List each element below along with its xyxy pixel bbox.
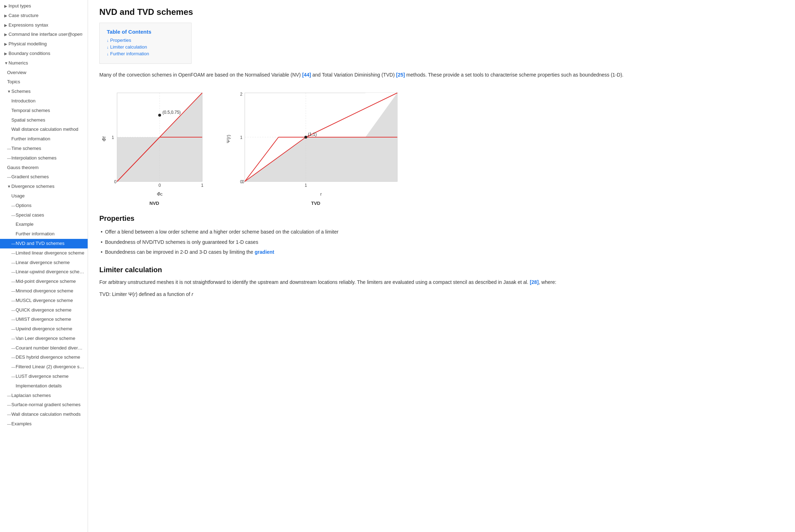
nvd-chart-wrap: (0.5,0.75) 0 0 1 1 Φ̃f Φ̃c NVD	[99, 86, 209, 206]
svg-text:Φ̃f: Φ̃f	[101, 136, 107, 141]
toc-link-further-information[interactable]: ↓Further information	[107, 51, 184, 56]
arrow-icon: ▼	[7, 89, 11, 95]
ref28-link[interactable]: [28]	[530, 279, 539, 285]
arrow-icon: —	[11, 307, 16, 314]
limiter-paragraph: For arbitrary unstructured meshes it is …	[99, 278, 784, 286]
sidebar-item-umist-div[interactable]: — UMIST divergence scheme	[0, 315, 88, 324]
tvd-chart-wrap: (1,1) 0 1 1 2 0 Ψ(r) r TVD	[223, 86, 408, 206]
arrow-icon: ▶	[4, 51, 9, 57]
sidebar-item-limited-linear[interactable]: — Limited linear divergence scheme	[0, 248, 88, 258]
sidebar-item-expressions-syntax[interactable]: ▶ Expressions syntax	[0, 21, 88, 30]
toc-link-limiter-calculation[interactable]: ↓Limiter calculation	[107, 44, 184, 50]
svg-text:1: 1	[201, 183, 204, 188]
sidebar-item-case-structure[interactable]: ▶ Case structure	[0, 11, 88, 21]
sidebar-item-linear-upwind[interactable]: — Linear-upwind divergence scheme	[0, 267, 88, 277]
sidebar-item-special-cases[interactable]: — Special cases	[0, 211, 88, 220]
sidebar-item-minmod-div[interactable]: — Minmod divergence scheme	[0, 286, 88, 296]
sidebar-item-temporal-schemes[interactable]: Temporal schemes	[0, 106, 88, 116]
sidebar-item-wall-dist-calc[interactable]: Wall distance calculation method	[0, 125, 88, 134]
arrow-icon: —	[7, 411, 11, 418]
ref25-link[interactable]: [25]	[396, 72, 405, 78]
toc-links: ↓Properties↓Limiter calculation↓Further …	[107, 38, 184, 56]
sidebar-item-introduction[interactable]: Introduction	[0, 96, 88, 106]
sidebar-item-vanleer-div[interactable]: — Van Leer divergence scheme	[0, 334, 88, 343]
sidebar-item-examples[interactable]: — Examples	[0, 419, 88, 429]
toc-arrow-icon: ↓	[107, 45, 109, 49]
svg-point-10	[158, 114, 161, 117]
sidebar-item-numerics[interactable]: ▼ Numerics	[0, 58, 88, 68]
sidebar-item-linear-div[interactable]: — Linear divergence scheme	[0, 258, 88, 268]
arrow-icon: —	[11, 250, 16, 257]
sidebar-item-gradient-schemes[interactable]: — Gradient schemes	[0, 172, 88, 182]
property-item-2: Boundedness of NVD/TVD schemes is only g…	[99, 237, 784, 247]
properties-heading: Properties	[99, 214, 784, 223]
charts-row: (0.5,0.75) 0 0 1 1 Φ̃f Φ̃c NVD	[99, 86, 784, 206]
sidebar-item-schemes[interactable]: ▼ Schemes	[0, 87, 88, 96]
svg-text:Φ̃c: Φ̃c	[157, 191, 163, 197]
toc-link-properties[interactable]: ↓Properties	[107, 38, 184, 43]
arrow-icon: —	[11, 345, 16, 352]
sidebar-item-upwind-div[interactable]: — Upwind divergence scheme	[0, 324, 88, 334]
sidebar-item-example[interactable]: Example	[0, 220, 88, 229]
arrow-icon: ▶	[4, 3, 9, 10]
arrow-icon: ▶	[4, 13, 9, 19]
arrow-icon: —	[7, 421, 11, 427]
sidebar-item-filtered-linear[interactable]: — Filtered Linear (2) divergence sch…	[0, 362, 88, 372]
sidebar-item-midpoint-div[interactable]: — Mid-point divergence scheme	[0, 277, 88, 286]
properties-list: Offer a blend between a low order scheme…	[99, 227, 784, 257]
sidebar-item-wall-dist-methods[interactable]: — Wall distance calculation methods	[0, 410, 88, 419]
main-content: NVD and TVD schemes Table of Contents ↓P…	[88, 0, 795, 532]
svg-text:(1,1): (1,1)	[308, 132, 317, 137]
toc-arrow-icon: ↓	[107, 38, 109, 43]
sidebar-item-time-schemes[interactable]: — Time schemes	[0, 144, 88, 153]
gradient-link[interactable]: gradient	[255, 249, 274, 255]
intro-paragraph: Many of the convection schemes in OpenFO…	[99, 71, 784, 79]
arrow-icon: ▶	[4, 22, 9, 29]
arrow-icon: —	[11, 317, 16, 323]
sidebar-item-boundary-conditions[interactable]: ▶ Boundary conditions	[0, 49, 88, 58]
toc-arrow-icon: ↓	[107, 52, 109, 56]
arrow-icon: —	[11, 279, 16, 285]
svg-text:0: 0	[114, 179, 117, 184]
arrow-icon: —	[11, 298, 16, 304]
sidebar-item-courant-div[interactable]: — Courant number blended diverge…	[0, 343, 88, 353]
sidebar-item-implementation[interactable]: Implementation details	[0, 381, 88, 391]
sidebar-item-surface-normal[interactable]: — Surface-normal gradient schemes	[0, 400, 88, 410]
sidebar-item-divergence-schemes[interactable]: ▼ Divergence schemes	[0, 182, 88, 191]
arrow-icon: ▶	[4, 32, 9, 38]
sidebar-item-topics[interactable]: Topics	[0, 77, 88, 87]
limiter-heading: Limiter calculation	[99, 266, 784, 274]
svg-point-28	[304, 136, 307, 139]
sidebar-item-further-info-schemes[interactable]: Further information	[0, 134, 88, 144]
arrow-icon: ▼	[7, 184, 11, 190]
arrow-icon: —	[11, 326, 16, 332]
sidebar-item-interpolation-schemes[interactable]: — Interpolation schemes	[0, 153, 88, 163]
sidebar-item-command-line[interactable]: ▶ Command line interface user@open	[0, 30, 88, 39]
sidebar-item-options[interactable]: — Options	[0, 201, 88, 211]
arrow-icon: —	[7, 146, 11, 152]
arrow-icon: —	[7, 402, 11, 408]
sidebar-item-muscl-div[interactable]: — MUSCL divergence scheme	[0, 296, 88, 306]
sidebar-item-lust-div[interactable]: — LUST divergence scheme	[0, 372, 88, 381]
sidebar-item-overview[interactable]: Overview	[0, 68, 88, 78]
sidebar-item-gauss-theorem[interactable]: Gauss theorem	[0, 163, 88, 173]
nvd-chart: (0.5,0.75) 0 0 1 1 Φ̃f Φ̃c	[99, 86, 209, 199]
arrow-icon: —	[11, 260, 16, 266]
property-item-1: Offer a blend between a low order scheme…	[99, 227, 784, 237]
sidebar-item-quick-div[interactable]: — QUICK divergence scheme	[0, 306, 88, 315]
sidebar-item-spatial-schemes[interactable]: Spatial schemes	[0, 116, 88, 125]
sidebar-item-laplacian-schemes[interactable]: — Laplacian schemes	[0, 391, 88, 401]
sidebar-item-nvd-tvd[interactable]: — NVD and TVD schemes	[0, 239, 88, 248]
svg-text:Ψ(r): Ψ(r)	[226, 135, 231, 143]
arrow-icon: —	[11, 336, 16, 342]
sidebar-item-des-hybrid[interactable]: — DES hybrid divergence scheme	[0, 353, 88, 362]
sidebar-item-usage[interactable]: Usage	[0, 191, 88, 201]
sidebar-item-physical-modelling[interactable]: ▶ Physical modelling	[0, 39, 88, 49]
svg-text:0: 0	[240, 179, 243, 184]
ref44-link[interactable]: [44]	[302, 72, 311, 78]
sidebar-item-input-types[interactable]: ▶ Input types	[0, 1, 88, 11]
nvd-point-label: (0.5,0.75)	[162, 110, 181, 115]
arrow-icon: —	[11, 354, 16, 361]
svg-text:1: 1	[305, 183, 307, 188]
sidebar-item-further-info-div[interactable]: Further information	[0, 229, 88, 239]
